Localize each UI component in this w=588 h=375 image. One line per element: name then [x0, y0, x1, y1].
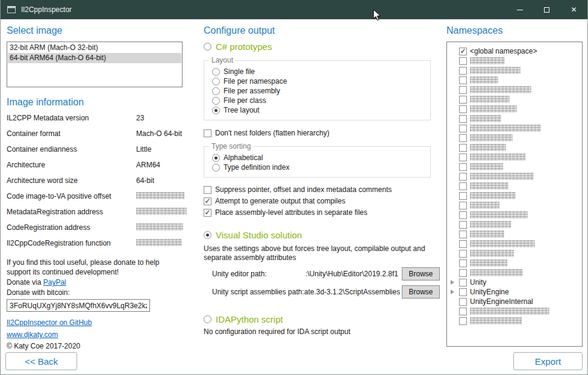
namespace-item[interactable]	[448, 162, 581, 172]
namespace-item[interactable]	[448, 143, 581, 152]
website-link[interactable]: www.djkaty.com	[7, 330, 58, 339]
image-list-item[interactable]: 32-bit ARM (Mach-O 32-bit)	[8, 43, 181, 53]
namespace-item[interactable]	[448, 123, 581, 133]
output-checkbox[interactable]: Attempt to generate output that compiles	[204, 196, 440, 206]
idapython-radio[interactable]: IDAPython script	[204, 314, 440, 324]
namespace-checkbox[interactable]	[459, 144, 467, 152]
info-label: CodeRegistration address	[7, 223, 136, 232]
info-row: Il2CppCodeRegistration function	[7, 239, 183, 255]
namespace-checkbox[interactable]	[459, 153, 467, 161]
namespace-item[interactable]	[448, 66, 581, 75]
expander-icon[interactable]	[451, 290, 454, 294]
bitcoin-address-input[interactable]	[7, 299, 150, 312]
namespace-checkbox[interactable]	[459, 269, 467, 277]
expander-icon[interactable]	[451, 280, 454, 285]
namespace-item[interactable]	[448, 249, 581, 258]
layout-option[interactable]: Tree layout	[212, 105, 425, 115]
namespace-item[interactable]	[448, 75, 581, 85]
namespace-checkbox[interactable]	[459, 182, 467, 190]
namespace-checkbox[interactable]	[459, 279, 467, 287]
namespace-item[interactable]	[448, 104, 581, 114]
namespace-checkbox[interactable]	[459, 96, 467, 104]
namespace-item[interactable]	[448, 210, 581, 220]
maximize-button[interactable]	[533, 0, 560, 19]
type-sorting-option[interactable]: Alphabetical	[212, 153, 425, 163]
namespace-checkbox[interactable]	[459, 211, 467, 219]
namespace-checkbox[interactable]	[459, 48, 467, 55]
info-row: Architecture word size 64-bit	[7, 176, 183, 192]
namespace-item[interactable]: <global namespace>	[448, 46, 581, 56]
namespace-checkbox[interactable]	[459, 240, 467, 248]
radio-icon	[212, 87, 220, 95]
namespace-item[interactable]: UnityEngine	[448, 287, 581, 297]
output-checkbox[interactable]: Place assembly-level attributes in separ…	[204, 208, 440, 217]
namespace-checkbox[interactable]	[459, 163, 467, 171]
layout-option[interactable]: File per class	[212, 96, 425, 105]
github-link[interactable]: Il2CppInspector on GitHub	[7, 318, 92, 327]
namespace-item[interactable]	[448, 133, 581, 143]
namespace-checkbox[interactable]	[459, 134, 467, 142]
paypal-link[interactable]: PayPal	[43, 278, 66, 287]
namespace-item[interactable]: Unity	[448, 277, 581, 287]
export-button[interactable]: Export	[513, 352, 583, 370]
output-checkbox[interactable]: Suppress pointer, offset and index metad…	[204, 185, 440, 194]
namespace-checkbox[interactable]	[459, 192, 467, 200]
namespace-checkbox[interactable]	[459, 125, 467, 132]
namespace-item[interactable]	[448, 85, 581, 95]
namespace-item[interactable]	[448, 152, 581, 162]
namespace-checkbox[interactable]	[459, 250, 467, 258]
namespace-checkbox[interactable]	[459, 76, 467, 84]
unity-editor-browse-button[interactable]: Browse	[402, 267, 440, 280]
namespace-item[interactable]	[448, 191, 581, 200]
namespace-checkbox[interactable]	[459, 115, 467, 123]
namespaces-heading: Namespaces	[446, 25, 583, 36]
minimize-button[interactable]	[506, 0, 533, 19]
namespace-checkbox[interactable]	[459, 173, 467, 181]
namespace-item[interactable]	[448, 172, 581, 181]
type-sorting-option[interactable]: Type definition index	[212, 163, 425, 172]
namespace-item[interactable]	[448, 239, 581, 249]
flatten-checkbox[interactable]: Don't nest folders (flatten hierarchy)	[204, 128, 440, 138]
csharp-prototypes-radio[interactable]: C# prototypes	[204, 42, 440, 52]
visual-studio-radio[interactable]: Visual Studio solution	[204, 230, 440, 240]
namespace-item[interactable]	[448, 95, 581, 104]
namespace-item[interactable]	[448, 56, 581, 66]
namespace-item[interactable]	[448, 229, 581, 239]
namespace-item[interactable]	[448, 220, 581, 229]
app-icon	[7, 5, 16, 14]
namespace-checkbox[interactable]	[459, 221, 467, 229]
namespace-checkbox[interactable]	[459, 231, 467, 238]
namespace-item[interactable]	[448, 306, 581, 316]
visual-studio-label: Visual Studio solution	[216, 230, 302, 240]
unity-script-browse-button[interactable]: Browse	[402, 285, 440, 299]
namespace-checkbox[interactable]	[459, 288, 467, 296]
namespace-item[interactable]	[448, 181, 581, 191]
back-button[interactable]: << Back	[5, 352, 77, 370]
namespace-checkbox[interactable]	[459, 86, 467, 94]
namespace-item[interactable]	[448, 268, 581, 277]
image-listbox[interactable]: 32-bit ARM (Mach-O 32-bit) 64-bit ARM64 …	[7, 42, 183, 87]
namespace-label	[470, 250, 514, 257]
namespace-item[interactable]	[448, 200, 581, 210]
namespaces-tree[interactable]: <global namespace>	[446, 42, 583, 347]
namespace-checkbox[interactable]	[459, 308, 467, 315]
radio-icon	[204, 43, 211, 51]
namespace-item[interactable]	[448, 114, 581, 123]
close-button[interactable]: ✕	[560, 0, 587, 19]
namespace-checkbox[interactable]	[459, 317, 467, 325]
info-row: Architecture ARM64	[7, 161, 183, 176]
layout-option[interactable]: Single file	[212, 67, 425, 76]
namespace-checkbox[interactable]	[459, 105, 467, 113]
namespace-checkbox[interactable]	[459, 57, 467, 65]
namespace-item[interactable]: UnityEngineInternal	[448, 297, 581, 306]
image-list-item[interactable]: 64-bit ARM64 (Mach-O 64-bit)	[8, 53, 181, 63]
namespace-checkbox[interactable]	[459, 298, 467, 306]
namespace-item[interactable]	[448, 316, 581, 326]
namespace-item[interactable]	[448, 258, 581, 268]
layout-option[interactable]: File per assembly	[212, 86, 425, 96]
namespace-checkbox[interactable]	[459, 202, 467, 209]
namespace-checkbox[interactable]	[459, 67, 467, 75]
layout-option[interactable]: File per namespace	[212, 76, 425, 86]
namespace-checkbox[interactable]	[459, 259, 467, 267]
radio-icon	[212, 97, 220, 105]
